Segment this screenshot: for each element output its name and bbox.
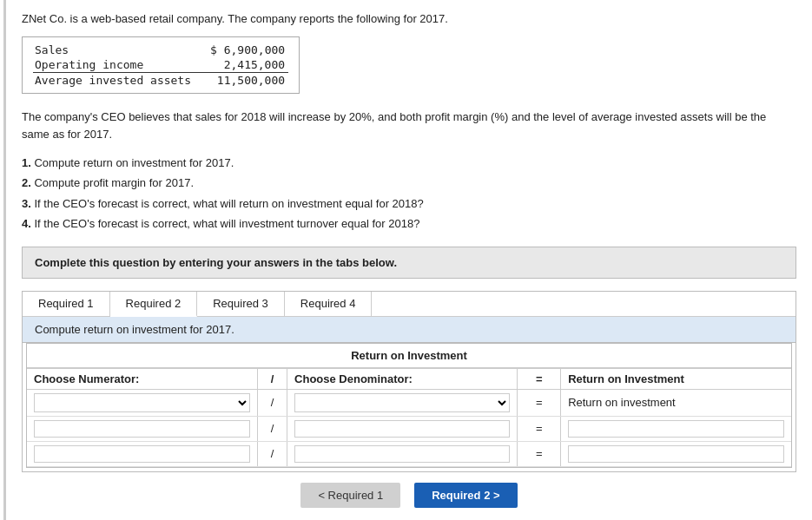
complete-box: Complete this question by entering your …	[22, 247, 796, 279]
page-container: ZNet Co. is a web-based retail company. …	[3, 0, 812, 520]
tab-content: Compute return on investment for 2017. R…	[23, 317, 795, 468]
tab-required1[interactable]: Required 1	[23, 292, 110, 316]
prev-button[interactable]: < Required 1	[300, 483, 400, 508]
financial-table: Sales$ 6,900,000Operating income2,415,00…	[22, 36, 300, 94]
result-label-1: Return on investment	[561, 389, 791, 416]
col-header-result: Return on Investment	[561, 368, 791, 389]
tabs-section: Required 1 Required 2 Required 3 Require…	[22, 291, 796, 472]
result-input-2[interactable]	[561, 416, 791, 441]
numerator-text-2[interactable]	[34, 420, 250, 438]
result-input-3[interactable]	[561, 441, 791, 466]
result-text-3[interactable]	[568, 445, 784, 463]
roi-table: Choose Numerator: / Choose Denominator: …	[27, 368, 791, 467]
tab-required4[interactable]: Required 4	[285, 292, 373, 316]
numerator-input-3[interactable]	[27, 441, 257, 466]
tab-required2[interactable]: Required 2	[110, 292, 198, 317]
col-header-slash: /	[257, 368, 287, 389]
instructions: 1. Compute return on investment for 2017…	[22, 153, 796, 234]
description-text: The company's CEO believes that sales fo…	[22, 109, 796, 145]
roi-data-row-2: / =	[27, 416, 791, 441]
roi-title: Return on Investment	[27, 344, 791, 368]
roi-table-container: Return on Investment Choose Numerator:	[26, 343, 792, 468]
col-header-numerator: Choose Numerator:	[27, 368, 257, 389]
col-header-denominator: Choose Denominator:	[287, 368, 518, 389]
denominator-text-2[interactable]	[294, 420, 510, 438]
tab-required3[interactable]: Required 3	[197, 292, 285, 316]
fin-label: Average invested assets	[33, 72, 208, 88]
next-button[interactable]: Required 2 >	[414, 483, 517, 508]
result-text-2[interactable]	[568, 420, 784, 438]
bottom-nav: < Required 1 Required 2 >	[22, 472, 796, 513]
fin-label: Operating income	[33, 57, 208, 73]
roi-header-row: Choose Numerator: / Choose Denominator: …	[27, 368, 791, 389]
denominator-text-3[interactable]	[294, 445, 510, 463]
numerator-input-2[interactable]	[27, 416, 257, 441]
intro-line: ZNet Co. is a web-based retail company. …	[22, 12, 448, 25]
slash-1: /	[257, 389, 287, 416]
denominator-input-3[interactable]	[287, 441, 518, 466]
fin-label: Sales	[33, 43, 208, 57]
eq-3: =	[518, 441, 561, 466]
col-header-eq: =	[518, 368, 561, 389]
eq-2: =	[518, 416, 561, 441]
numerator-select-1[interactable]	[34, 393, 250, 412]
denominator-dropdown-1[interactable]	[287, 389, 518, 416]
numerator-text-3[interactable]	[34, 445, 250, 463]
fin-value: $ 6,900,000	[208, 43, 288, 57]
slash-2: /	[257, 416, 287, 441]
roi-data-row-1: / = Return on investment	[27, 389, 791, 416]
fin-value: 11,500,000	[208, 72, 288, 88]
intro-text: ZNet Co. is a web-based retail company. …	[22, 10, 796, 28]
numerator-dropdown-1[interactable]	[27, 389, 257, 416]
fin-value: 2,415,000	[208, 57, 288, 73]
denominator-input-2[interactable]	[287, 416, 518, 441]
eq-1: =	[518, 389, 561, 416]
roi-data-row-3: / =	[27, 441, 791, 466]
tabs-row: Required 1 Required 2 Required 3 Require…	[23, 292, 795, 317]
tab-header: Compute return on investment for 2017.	[23, 317, 795, 343]
slash-3: /	[257, 441, 287, 466]
denominator-select-1[interactable]	[294, 393, 510, 412]
